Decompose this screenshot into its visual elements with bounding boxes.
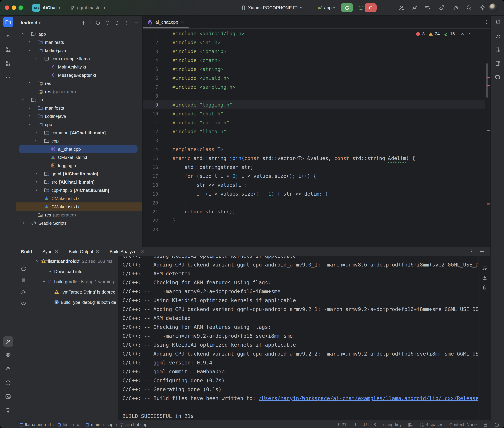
stop-button[interactable]	[365, 3, 376, 12]
breadcrumb-item-cpp[interactable]: cpp	[106, 422, 113, 427]
soft-wrap-icon[interactable]	[482, 265, 487, 271]
tree-item-app[interactable]: app	[16, 30, 142, 38]
code-line-2[interactable]: 2#include <jni.h>	[143, 38, 485, 47]
device-selector[interactable]: Xiaomi POCOPHONE F1 ▾	[241, 0, 302, 16]
tree-item-res[interactable]: res	[16, 79, 142, 87]
tree-item-res[interactable]: res(generated)	[16, 211, 142, 219]
code-line-3[interactable]: 3#include <iomanip>	[143, 47, 485, 56]
chevron-down-icon[interactable]	[35, 259, 39, 263]
ai-context[interactable]: Context: None	[449, 422, 477, 427]
tab-build-analyzer[interactable]: Build Analyzer✕	[110, 247, 144, 256]
add-icon[interactable]	[81, 20, 86, 25]
more-run-options-button[interactable]	[380, 5, 386, 11]
panel-options-icon[interactable]	[124, 20, 129, 25]
tree-item-cpp-httplib[interactable]: cpp-httplib[AiChat.lib.main]	[16, 186, 142, 194]
project-widget[interactable]: AiChat ▾	[43, 0, 60, 16]
build-tool-button[interactable]	[3, 336, 13, 347]
formatter-icon[interactable]	[408, 422, 413, 427]
running-devices-tool-button[interactable]	[493, 58, 503, 68]
code-line-8[interactable]: 8	[143, 91, 485, 100]
event-log-icon[interactable]	[494, 422, 499, 427]
pin-icon[interactable]	[21, 289, 26, 295]
hide-build-panel-icon[interactable]	[479, 249, 485, 254]
chevron-down-icon[interactable]	[28, 48, 32, 53]
hide-panel-icon[interactable]	[134, 20, 139, 25]
next-problem-icon[interactable]	[468, 32, 473, 36]
tree-item-lib[interactable]: lib	[16, 96, 142, 104]
tree-item-gradle-scripts[interactable]: Gradle Scripts	[16, 219, 142, 227]
user-avatar[interactable]	[489, 3, 498, 12]
commit-tool-button[interactable]	[3, 31, 13, 41]
project-tool-button[interactable]	[3, 17, 13, 27]
tree-item-cmakelists-txt[interactable]: CMakeLists.txt	[16, 202, 142, 211]
build-tree-item-buildtype-debug-is-both-de[interactable]: BuildType 'debug' is both de	[31, 297, 118, 307]
debug-button[interactable]	[358, 5, 364, 11]
attach-debugger-icon[interactable]	[438, 5, 444, 11]
chevron-down-icon[interactable]	[34, 138, 38, 144]
gemini-ai-tool-button[interactable]	[493, 72, 503, 82]
code-line-14[interactable]: 14template<class T>	[143, 145, 485, 154]
code-line-23[interactable]: 23	[143, 225, 485, 234]
chevron-down-icon[interactable]	[21, 97, 25, 102]
tree-item-ggml[interactable]: ggml[AiChat.lib.main]	[16, 170, 142, 178]
line-ending[interactable]: LF	[353, 422, 358, 427]
code-line-20[interactable]: 20 }	[143, 198, 485, 207]
code-line-5[interactable]: 5#include <string>	[143, 65, 485, 74]
chevron-right-icon[interactable]	[28, 113, 32, 119]
chevron-down-icon[interactable]	[34, 56, 38, 61]
chevron-right-icon[interactable]	[28, 81, 32, 86]
lock-icon[interactable]	[483, 422, 488, 427]
chevron-right-icon[interactable]	[34, 179, 38, 185]
prev-problem-icon[interactable]	[460, 32, 465, 36]
project-icon[interactable]: AC	[32, 4, 40, 12]
tree-item-common[interactable]: common[AiChat.lib.main]	[16, 128, 142, 137]
settings-gear-icon[interactable]	[479, 5, 485, 11]
build-tree-item-jvmtarget-string-is-deprec[interactable]: 'jvmTarget: String' is deprec	[31, 287, 118, 297]
tree-item-kotlin-java[interactable]: kotlin+java	[16, 46, 142, 54]
build-tree-item-build-gradle-kts[interactable]: build.gradle.ktsapp 1 warning	[31, 276, 118, 287]
editor-scrollbar[interactable]	[486, 63, 488, 98]
rerun-button[interactable]	[341, 3, 353, 12]
profiler-icon[interactable]	[424, 5, 430, 11]
chevron-down-icon[interactable]	[42, 280, 46, 284]
run-configuration-selector[interactable]: app ▾	[317, 0, 335, 16]
chevron-right-icon[interactable]	[34, 171, 38, 176]
tree-item-mainactivity-kt[interactable]: MainActivity.kt	[16, 63, 142, 71]
stripe-mark-green[interactable]	[487, 130, 490, 131]
code-line-10[interactable]: 10#include "chat.h"	[143, 109, 485, 118]
code-line-12[interactable]: 12#include "llama.h"	[143, 127, 485, 136]
tree-item-com-example-llama[interactable]: com.example.llama	[16, 54, 142, 63]
tree-item-logging-h[interactable]: logging.h	[16, 161, 142, 170]
version-control-tool-button[interactable]	[3, 405, 13, 415]
app-quality-insights-tool-button[interactable]	[3, 350, 13, 360]
structure-tool-button[interactable]	[3, 44, 13, 54]
breadcrumb-item-lib[interactable]: lib	[57, 422, 67, 427]
rerun-sync-icon[interactable]	[21, 266, 26, 272]
search-icon[interactable]	[466, 5, 472, 11]
tab-sync[interactable]: Sync✕	[42, 247, 59, 256]
tree-item-manifests[interactable]: manifests	[16, 38, 142, 46]
terminal-tool-button[interactable]	[3, 391, 13, 402]
vcs-branch-widget[interactable]: ggml-master ▾	[70, 0, 105, 16]
build-console[interactable]: C/C++: -- Using KleidiAI optimized kerne…	[118, 256, 478, 420]
code-editor[interactable]: 1#include <android/log.h>2#include <jni.…	[143, 29, 485, 234]
close-tab-icon[interactable]: ✕	[55, 249, 59, 254]
chevron-right-icon[interactable]	[28, 39, 32, 45]
sync-gradle-icon[interactable]	[453, 5, 459, 11]
close-tab-icon[interactable]: ✕	[140, 249, 144, 254]
breadcrumb-item-src[interactable]: src	[73, 422, 79, 427]
device-manager-tool-button[interactable]	[493, 44, 503, 54]
ai-actions-icon[interactable]	[411, 5, 417, 11]
code-line-9[interactable]: 9#include "logging.h"	[143, 100, 485, 109]
file-encoding[interactable]: UTF-8	[364, 422, 376, 427]
logcat-tool-button[interactable]	[3, 364, 13, 374]
tab-build-output[interactable]: Build Output✕	[69, 247, 99, 256]
code-line-4[interactable]: 4#include <cmath>	[143, 56, 485, 65]
error-stripe-mark[interactable]	[487, 85, 490, 86]
tree-item-ai-chat-cpp[interactable]: ai_chat.cpp	[19, 145, 137, 153]
tree-item-messageadapter-kt[interactable]: MessageAdapter.kt	[16, 71, 142, 79]
code-line-13[interactable]: 13	[143, 136, 485, 145]
chevron-down-icon[interactable]	[28, 122, 32, 127]
build-options-icon[interactable]	[469, 249, 474, 254]
chevron-right-icon[interactable]	[34, 187, 38, 193]
